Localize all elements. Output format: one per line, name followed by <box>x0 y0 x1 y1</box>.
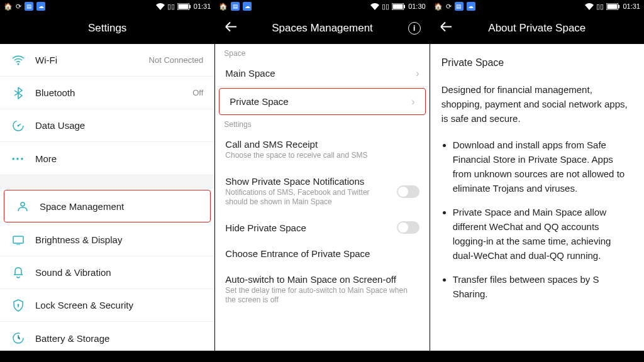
section-settings: Settings <box>215 115 429 131</box>
data-icon <box>11 119 25 132</box>
nav-bar <box>215 351 429 362</box>
bluetooth-icon <box>11 87 25 99</box>
sync-icon: ⟳ <box>16 3 21 11</box>
row-wifi[interactable]: Wi-Fi Not Connected <box>0 44 214 77</box>
row-brightness[interactable]: Brightness & Display <box>0 224 214 256</box>
toggle-switch[interactable] <box>397 221 419 234</box>
row-title: Choose Entrance of Private Space <box>225 248 419 259</box>
back-button[interactable] <box>439 20 453 37</box>
svg-rect-2 <box>189 5 191 8</box>
row-title: Private Space <box>230 96 414 107</box>
row-label: More <box>35 153 57 164</box>
app-icon: ▤ <box>231 2 240 11</box>
row-sound[interactable]: Sound & Vibration <box>0 256 214 289</box>
svg-rect-15 <box>618 5 619 8</box>
row-choose-entrance[interactable]: Choose Entrance of Private Space <box>215 241 429 266</box>
row-label: Wi-Fi <box>35 55 57 65</box>
row-call-sms[interactable]: Call and SMS Receipt Choose the space to… <box>215 131 429 168</box>
row-bluetooth[interactable]: Bluetooth Off <box>0 77 214 109</box>
row-more[interactable]: ●●● More <box>0 142 214 175</box>
about-bullet: Private Space and Main Space allow diffe… <box>453 205 633 263</box>
row-label: Space Management <box>40 201 124 212</box>
row-value: Off <box>192 88 203 97</box>
svg-point-3 <box>18 63 19 65</box>
wifi-icon <box>156 3 165 10</box>
panel-settings: 🏠 ⟳ ▤ ☁ ▯▯ 01:31 Settings Wi-Fi Not Conn… <box>0 0 214 362</box>
toggle-switch[interactable] <box>397 185 419 198</box>
cloud-icon: ☁ <box>467 2 475 11</box>
row-value: Not Connected <box>149 55 204 65</box>
brightness-icon <box>11 235 25 245</box>
spaces-content: Space Main Space › Private Space › Setti… <box>215 44 429 362</box>
page-title: About Private Space <box>488 22 586 35</box>
signal-icon: ▯▯ <box>596 3 604 11</box>
battery-icon <box>11 332 25 344</box>
clock: 01:31 <box>194 3 211 10</box>
app-icon: ▤ <box>455 2 464 11</box>
nav-bar <box>0 351 214 362</box>
row-title: Call and SMS Receipt <box>225 139 419 150</box>
overlay-mask <box>594 315 644 348</box>
row-hide-private[interactable]: Hide Private Space <box>215 215 429 241</box>
chevron-right-icon: › <box>416 68 419 79</box>
info-button[interactable]: i <box>408 22 421 35</box>
signal-icon: ▯▯ <box>167 3 175 11</box>
row-show-notifications[interactable]: Show Private Space Notifications Notific… <box>215 168 429 215</box>
row-label: Brightness & Display <box>35 234 122 245</box>
row-label: Sound & Vibration <box>35 267 111 278</box>
home-icon: 🏠 <box>434 3 443 11</box>
about-content: Private Space Designed for financial man… <box>430 44 644 362</box>
clock: 01:30 <box>408 3 426 10</box>
row-sub: Notifications of SMS, Facebook and Twitt… <box>225 188 419 207</box>
svg-rect-1 <box>178 4 188 9</box>
row-lock-security[interactable]: Lock Screen & Security <box>0 289 214 322</box>
settings-list: Wi-Fi Not Connected Bluetooth Off Data U… <box>0 44 214 362</box>
row-title: Main Space <box>225 68 419 79</box>
row-auto-switch[interactable]: Auto-switch to Main Space on Screen-off … <box>215 266 429 313</box>
row-battery[interactable]: Battery & Storage <box>0 322 214 354</box>
wifi-icon <box>11 55 25 65</box>
cloud-icon: ☁ <box>36 2 45 11</box>
about-bullet: Download and install apps from Safe Fina… <box>453 138 633 196</box>
sound-icon <box>11 266 25 279</box>
home-icon: 🏠 <box>219 3 228 11</box>
app-icon: ▤ <box>25 2 33 11</box>
row-sub: Choose the space to receive call and SMS <box>225 151 419 161</box>
status-bar: 🏠 ⟳ ▤ ☁ ▯▯ 01:31 <box>430 0 644 13</box>
row-sub: Set the delay time for auto-switch to Ma… <box>225 286 419 305</box>
row-data-usage[interactable]: Data Usage <box>0 109 214 142</box>
battery-icon <box>392 3 406 10</box>
status-bar: 🏠 ▤ ☁ ▯▯ 01:30 <box>215 0 429 13</box>
about-para: Designed for financial management, shopp… <box>441 82 633 126</box>
row-private-space[interactable]: Private Space › <box>219 89 425 114</box>
svg-rect-11 <box>393 4 403 9</box>
cloud-icon: ☁ <box>243 2 252 11</box>
about-list: Download and install apps from Safe Fina… <box>441 138 633 302</box>
lock-icon <box>11 299 25 312</box>
row-label: Battery & Storage <box>35 333 109 344</box>
row-label: Bluetooth <box>35 87 75 98</box>
nav-bar <box>430 351 644 362</box>
row-title: Auto-switch to Main Space on Screen-off <box>225 274 419 285</box>
svg-point-6 <box>21 202 25 206</box>
clock: 01:31 <box>623 3 640 10</box>
row-main-space[interactable]: Main Space › <box>215 60 429 87</box>
row-label: Lock Screen & Security <box>35 300 133 310</box>
back-button[interactable] <box>224 20 238 37</box>
row-title: Show Private Space Notifications <box>225 176 419 187</box>
chevron-right-icon: › <box>411 96 414 107</box>
row-space-management[interactable]: Space Management <box>4 190 211 222</box>
row-label: Data Usage <box>35 120 85 131</box>
page-title: Spaces Management <box>272 22 373 35</box>
page-title: Settings <box>88 22 126 35</box>
panel-about-private-space: 🏠 ⟳ ▤ ☁ ▯▯ 01:31 About Private Space Pri… <box>430 0 644 362</box>
wifi-icon <box>370 3 379 10</box>
panel-spaces-management: 🏠 ▤ ☁ ▯▯ 01:30 Spaces Management i Space… <box>214 0 429 362</box>
wifi-icon <box>585 3 594 10</box>
battery-icon <box>177 3 191 10</box>
section-gap <box>0 175 214 189</box>
space-icon <box>16 200 30 212</box>
about-heading: Private Space <box>441 55 633 71</box>
more-icon: ●●● <box>11 156 25 162</box>
svg-rect-12 <box>404 5 405 8</box>
